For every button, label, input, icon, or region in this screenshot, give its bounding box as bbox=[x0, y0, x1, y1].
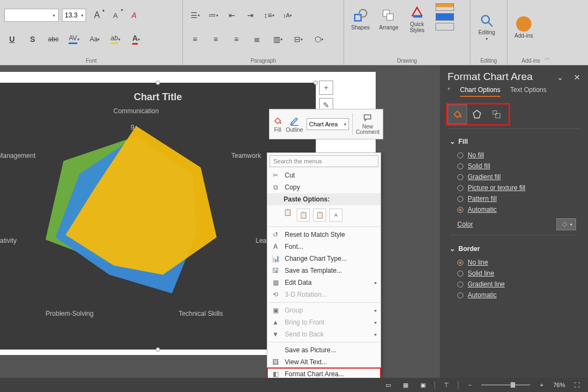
editing-group-label: Editing bbox=[470, 58, 507, 64]
reset-icon: ↺ bbox=[271, 231, 280, 238]
resize-handle[interactable] bbox=[156, 81, 160, 85]
tab-text-options[interactable]: Text Options bbox=[510, 86, 547, 97]
justify-icon[interactable]: ≣ bbox=[249, 32, 265, 47]
fill-no-fill[interactable]: No fill bbox=[450, 150, 578, 161]
arrange-icon bbox=[381, 8, 396, 23]
font-color-button[interactable]: A▾ bbox=[128, 32, 144, 47]
pen-icon bbox=[290, 116, 299, 126]
svg-rect-32 bbox=[495, 113, 500, 118]
increase-indent-icon[interactable]: ⇥ bbox=[243, 8, 258, 23]
border-solid[interactable]: Solid line bbox=[450, 268, 578, 279]
border-automatic[interactable]: Automatic bbox=[450, 290, 578, 301]
fill-solid[interactable]: Solid fill bbox=[450, 161, 578, 171]
view-reading-icon[interactable]: ▣ bbox=[417, 380, 429, 390]
decrease-font-icon[interactable]: A▾ bbox=[108, 8, 123, 23]
fill-gradient[interactable]: Gradient fill bbox=[450, 171, 578, 182]
resize-handle[interactable] bbox=[314, 81, 318, 85]
ribbon: ▾ 13.3▾ A▴ A▾ A U S abc AV▾ Aa▾ ab▾ A▾ F… bbox=[0, 0, 588, 65]
align-left-icon[interactable]: ≡ bbox=[187, 32, 203, 47]
menu-3d-rotation: ⟲3-D Rotation... bbox=[267, 289, 381, 301]
menu-save-as-picture[interactable]: Save as Picture... bbox=[267, 344, 381, 356]
ribbon-group-addins: Add-ins Add-ins ︿ bbox=[507, 0, 554, 65]
tab-chart-options[interactable]: Chart Options bbox=[460, 86, 500, 97]
fill-pattern[interactable]: Pattern fill bbox=[450, 193, 578, 204]
font-size-combo[interactable]: 13.3▾ bbox=[62, 9, 86, 22]
quick-styles-button[interactable]: Quick Styles bbox=[405, 3, 429, 35]
zoom-level[interactable]: 76% bbox=[553, 382, 565, 388]
double-strike-button[interactable]: abc bbox=[46, 32, 61, 47]
font-name-combo[interactable]: ▾ bbox=[4, 9, 59, 22]
pane-dropdown-icon[interactable]: ⌄ bbox=[557, 73, 564, 82]
svg-marker-30 bbox=[473, 111, 480, 118]
mini-fill-button[interactable]: Fill bbox=[273, 116, 283, 133]
menu-cut[interactable]: ✂Cut bbox=[267, 169, 381, 181]
highlight-button[interactable]: ab▾ bbox=[108, 32, 123, 47]
fill-automatic[interactable]: Automatic bbox=[450, 204, 578, 215]
alt-text-icon: 🖼 bbox=[271, 358, 280, 366]
mini-outline-button[interactable]: Outline bbox=[286, 116, 303, 133]
addins-button[interactable]: Add-ins bbox=[512, 3, 536, 51]
collapse-ribbon-icon[interactable]: ︿ bbox=[544, 53, 551, 63]
increase-font-icon[interactable]: A▴ bbox=[89, 8, 105, 23]
chart-elements-button[interactable]: ＋ bbox=[319, 81, 333, 95]
smartart-icon[interactable]: ⬡▾ bbox=[311, 32, 327, 47]
view-normal-icon[interactable]: ▭ bbox=[382, 380, 394, 390]
underline-button[interactable]: U bbox=[4, 32, 20, 47]
border-gradient[interactable]: Gradient line bbox=[450, 279, 578, 290]
align-center-icon[interactable]: ≡ bbox=[208, 32, 223, 47]
view-sorter-icon[interactable]: ▦ bbox=[400, 380, 412, 390]
mini-target-dropdown[interactable]: Chart Area▾ bbox=[307, 118, 349, 130]
clear-formatting-icon[interactable]: A bbox=[126, 8, 142, 23]
menu-edit-data[interactable]: ▦Edit Data▸ bbox=[267, 277, 381, 289]
align-right-icon[interactable]: ≡ bbox=[229, 32, 244, 47]
pane-close-icon[interactable]: ✕ bbox=[574, 73, 580, 82]
text-direction-icon[interactable]: ↕A▾ bbox=[280, 8, 295, 23]
numbering-icon[interactable]: ≔▾ bbox=[206, 8, 221, 23]
bullets-icon[interactable]: ☰▾ bbox=[187, 8, 203, 23]
align-text-icon[interactable]: ⊟▾ bbox=[291, 32, 306, 47]
menu-reset-match-style[interactable]: ↺Reset to Match Style bbox=[267, 229, 381, 241]
shapes-icon bbox=[353, 8, 368, 23]
zoom-slider[interactable] bbox=[481, 384, 530, 385]
menu-save-template[interactable]: 🖫Save as Template... bbox=[267, 265, 381, 277]
columns-icon[interactable]: ▥▾ bbox=[270, 32, 285, 47]
fill-section-header[interactable]: ⌄Fill bbox=[450, 138, 578, 145]
menu-change-chart-type[interactable]: 📊Change Chart Type... bbox=[267, 253, 381, 265]
menu-view-alt-text[interactable]: 🖼View Alt Text... bbox=[267, 356, 381, 368]
svg-text:Problem-Solving: Problem-Solving bbox=[46, 310, 94, 317]
mini-new-comment-button[interactable]: New Comment bbox=[356, 113, 379, 135]
effects-tab-icon[interactable] bbox=[467, 105, 487, 124]
strikethrough-button[interactable]: S bbox=[25, 32, 40, 47]
line-spacing-icon[interactable]: ↕≡▾ bbox=[261, 8, 277, 23]
chart-title[interactable]: Chart Title bbox=[0, 83, 316, 103]
fill-picture[interactable]: Picture or texture fill bbox=[450, 182, 578, 193]
arrange-button[interactable]: Arrange bbox=[377, 3, 401, 35]
size-tab-icon[interactable] bbox=[487, 105, 506, 124]
change-case-button[interactable]: Aa▾ bbox=[87, 32, 102, 47]
menu-search-input[interactable]: Search the menus bbox=[270, 155, 378, 167]
fill-color-row: Color ▾ bbox=[450, 215, 576, 235]
zoom-in-icon[interactable]: + bbox=[536, 380, 548, 390]
shapes-button[interactable]: Shapes bbox=[348, 3, 372, 35]
char-spacing-button[interactable]: AV▾ bbox=[66, 32, 82, 47]
fill-line-tab-icon[interactable] bbox=[448, 105, 467, 124]
shape-style-swatches[interactable] bbox=[436, 3, 454, 30]
editing-button[interactable]: Editing▾ bbox=[475, 3, 499, 51]
menu-copy[interactable]: ⧉Copy bbox=[267, 181, 381, 193]
chart-element-buttons: ＋ ✎ bbox=[319, 81, 333, 112]
paste-use-dest-button[interactable]: 📋 bbox=[313, 209, 326, 222]
menu-font[interactable]: AFont... bbox=[267, 241, 381, 253]
context-menu: Search the menus ✂Cut ⧉Copy Paste Option… bbox=[267, 152, 381, 392]
border-section-header[interactable]: ⌄Border bbox=[450, 245, 578, 253]
fill-color-picker[interactable]: ▾ bbox=[556, 218, 576, 230]
comment-icon bbox=[363, 113, 372, 123]
menu-group: ▣Group▸ bbox=[267, 304, 381, 316]
view-slideshow-icon[interactable]: ⊤ bbox=[440, 380, 452, 390]
resize-handle[interactable] bbox=[156, 347, 160, 352]
border-no-line[interactable]: No line bbox=[450, 257, 578, 268]
fit-to-window-icon[interactable]: ⛶ bbox=[571, 380, 583, 390]
paste-text-only-button[interactable]: A bbox=[329, 209, 342, 222]
paste-keep-source-button[interactable]: 📋 bbox=[297, 209, 310, 222]
zoom-out-icon[interactable]: − bbox=[464, 380, 476, 390]
decrease-indent-icon[interactable]: ⇤ bbox=[224, 8, 240, 23]
